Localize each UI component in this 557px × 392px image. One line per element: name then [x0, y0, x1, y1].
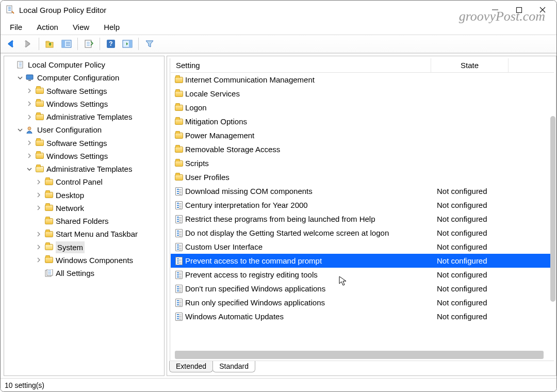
list-item-name: Locale Services: [184, 89, 433, 98]
folder-icon: [174, 77, 184, 83]
list-item-name: Do not display the Getting Started welco…: [184, 228, 433, 237]
tree-node-administrative-templates[interactable]: Administrative Templates: [25, 162, 163, 175]
chevron-down-icon[interactable]: [17, 74, 24, 81]
list-item-state: Not configured: [433, 312, 546, 321]
tree-node-label: Windows Settings: [46, 150, 108, 162]
folder-icon: [44, 243, 54, 251]
back-button[interactable]: [4, 37, 19, 51]
tree-node-windows-components[interactable]: Windows Components: [34, 254, 163, 267]
policy-setting-icon: [174, 313, 184, 321]
show-hide-action-pane-button[interactable]: [120, 37, 135, 51]
list-setting-row[interactable]: Do not display the Getting Started welco…: [171, 226, 554, 240]
tree-node-shared-folders[interactable]: Shared Folders: [34, 215, 163, 227]
scroll-thumb[interactable]: [550, 116, 555, 302]
tree-node-network[interactable]: Network: [34, 202, 163, 215]
chevron-right-icon[interactable]: [35, 256, 42, 264]
tree-node-start-menu-and-taskbar[interactable]: Start Menu and Taskbar: [34, 227, 163, 240]
folder-icon: [35, 165, 44, 173]
svg-point-13: [28, 127, 31, 130]
list-folder-row[interactable]: Removable Storage Access: [171, 142, 554, 156]
list-folder-row[interactable]: Internet Communication Management: [171, 73, 554, 87]
policy-setting-icon: [174, 285, 184, 293]
folder-icon: [174, 174, 184, 181]
minimize-button[interactable]: [483, 2, 507, 18]
list-item-name: Don't run specified Windows applications: [184, 284, 433, 293]
chevron-right-icon[interactable]: [35, 204, 42, 211]
tree-node-local-computer-policy[interactable]: Local Computer Policy: [6, 58, 163, 71]
close-button[interactable]: [531, 2, 554, 18]
filter-button[interactable]: [142, 37, 157, 51]
chevron-right-icon[interactable]: [26, 113, 33, 121]
list-setting-row[interactable]: Windows Automatic UpdatesNot configured: [171, 309, 554, 323]
list-item-state: Not configured: [433, 270, 546, 279]
list-item-name: User Profiles: [184, 173, 433, 182]
tab-extended[interactable]: Extended: [169, 361, 213, 372]
list-folder-row[interactable]: Scripts: [171, 156, 554, 170]
list-folder-row[interactable]: Mitigation Options: [171, 115, 554, 128]
policy-setting-icon: [174, 257, 184, 265]
menu-file[interactable]: File: [5, 21, 27, 34]
list-folder-row[interactable]: Power Management: [171, 128, 554, 142]
forward-button[interactable]: [20, 37, 36, 51]
tree-node-label: Network: [56, 202, 84, 214]
list-item-state: Not configured: [433, 242, 546, 251]
menu-action[interactable]: Action: [31, 21, 63, 34]
chevron-down-icon[interactable]: [26, 166, 33, 173]
chevron-right-icon[interactable]: [26, 87, 33, 94]
list-setting-row[interactable]: Don't run specified Windows applications…: [171, 282, 554, 296]
export-list-button[interactable]: [81, 37, 96, 51]
menu-view[interactable]: View: [68, 21, 94, 34]
tree-node-all-settings[interactable]: All Settings: [34, 267, 163, 280]
app-window: Local Group Policy Editor groovyPost.com…: [0, 0, 557, 392]
chevron-right-icon[interactable]: [26, 139, 33, 146]
column-header-setting[interactable]: Setting: [171, 58, 431, 72]
list-folder-row[interactable]: Logon: [171, 101, 554, 115]
svg-rect-11: [26, 75, 33, 79]
folder-icon: [44, 191, 54, 199]
column-header-state[interactable]: State: [431, 58, 509, 72]
chevron-right-icon[interactable]: [35, 243, 42, 251]
chevron-right-icon[interactable]: [35, 231, 42, 238]
folder-icon: [35, 100, 44, 108]
horizontal-scrollbar[interactable]: [175, 351, 544, 359]
list-item-state: Not configured: [433, 298, 546, 307]
tree-node-user-configuration[interactable]: User Configuration: [15, 123, 163, 136]
tree-node-label: Windows Settings: [46, 98, 108, 110]
list-body[interactable]: Internet Communication ManagementLocale …: [171, 73, 554, 349]
tab-standard[interactable]: Standard: [212, 361, 255, 372]
list-setting-row[interactable]: Run only specified Windows applicationsN…: [171, 296, 554, 309]
tree-node-windows-settings[interactable]: Windows Settings: [25, 150, 163, 162]
list-setting-row[interactable]: Prevent access to the command promptNot …: [171, 254, 554, 268]
tree-node-control-panel[interactable]: Control Panel: [34, 175, 163, 188]
chevron-down-icon[interactable]: [17, 126, 24, 134]
list-setting-row[interactable]: Restrict these programs from being launc…: [171, 212, 554, 226]
tree-pane[interactable]: Local Computer Policy Computer Configura…: [4, 56, 165, 376]
chevron-right-icon[interactable]: [26, 152, 33, 159]
folder-icon: [35, 152, 44, 160]
chevron-right-icon[interactable]: [35, 178, 42, 186]
maximize-button[interactable]: [507, 2, 531, 18]
list-setting-row[interactable]: Custom User InterfaceNot configured: [171, 240, 554, 254]
up-one-level-button[interactable]: [42, 37, 58, 51]
list-setting-row[interactable]: Download missing COM componentsNot confi…: [171, 184, 554, 198]
help-button[interactable]: ?: [103, 37, 119, 51]
chevron-right-icon[interactable]: [26, 100, 33, 107]
tree-node-software-settings[interactable]: Software Settings: [25, 137, 163, 150]
tree-node-desktop[interactable]: Desktop: [34, 189, 163, 202]
list-setting-row[interactable]: Prevent access to registry editing tools…: [171, 268, 554, 282]
policy-setting-icon: [174, 243, 184, 251]
vertical-scrollbar[interactable]: [550, 75, 555, 339]
list-folder-row[interactable]: Locale Services: [171, 87, 554, 101]
tree-node-windows-settings[interactable]: Windows Settings: [25, 97, 163, 110]
tree-node-system[interactable]: System: [34, 241, 163, 254]
tree-node-computer-configuration[interactable]: Computer Configuration: [15, 71, 163, 84]
list-item-name: Windows Automatic Updates: [184, 312, 433, 321]
tree-node-administrative-templates[interactable]: Administrative Templates: [25, 110, 163, 123]
tree-node-software-settings[interactable]: Software Settings: [25, 85, 163, 97]
list-setting-row[interactable]: Century interpretation for Year 2000Not …: [171, 198, 554, 212]
tree-node-label: System: [56, 241, 85, 253]
chevron-right-icon[interactable]: [35, 191, 42, 199]
list-folder-row[interactable]: User Profiles: [171, 170, 554, 184]
show-hide-console-tree-button[interactable]: [59, 37, 74, 51]
menu-help[interactable]: Help: [99, 21, 125, 34]
